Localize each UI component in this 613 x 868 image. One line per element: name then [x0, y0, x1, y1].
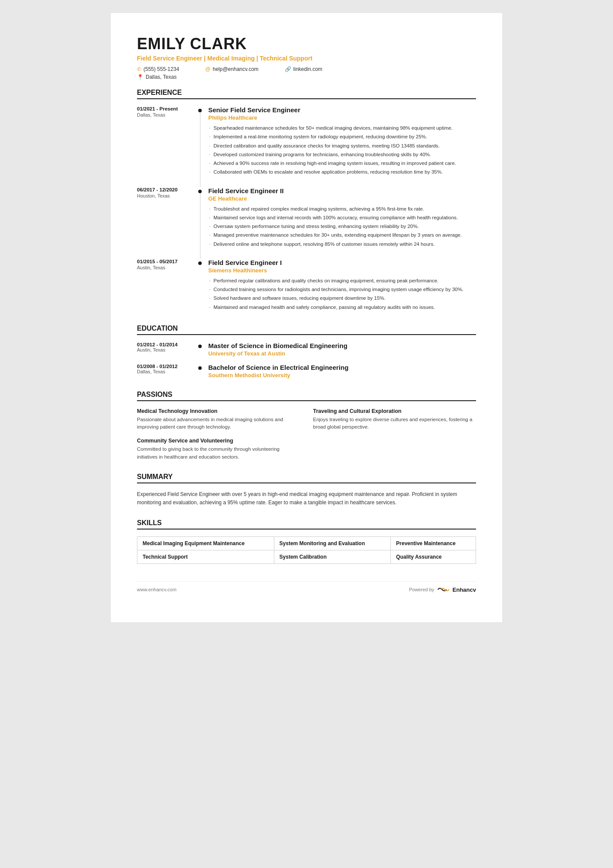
- skill-cell-0-2: Preventive Maintenance: [391, 537, 476, 550]
- education-item-1: 01/2012 - 01/2014 Austin, Texas Master o…: [137, 342, 476, 357]
- experience-title: EXPERIENCE: [137, 89, 476, 99]
- summary-section: SUMMARY Experienced Field Service Engine…: [137, 473, 476, 507]
- skill-cell-0-1: System Monitoring and Evaluation: [274, 537, 391, 550]
- education-section: EDUCATION 01/2012 - 01/2014 Austin, Texa…: [137, 325, 476, 379]
- powered-by-label: Powered by: [409, 587, 434, 592]
- bullet-1-1: Implemented a real-time monitoring syste…: [208, 133, 476, 141]
- exp-job-title-1: Senior Field Service Engineer: [208, 106, 476, 114]
- exp-left-2: 06/2017 - 12/2020 Houston, Texas: [137, 187, 193, 249]
- passion-name-2: Community Service and Volunteering: [137, 438, 300, 444]
- skills-section: SKILLS Medical Imaging Equipment Mainten…: [137, 519, 476, 564]
- enhancv-logo-icon: [437, 586, 450, 593]
- experience-section: EXPERIENCE 01/2021 - Present Dallas, Tex…: [137, 89, 476, 312]
- experience-item-2: 06/2017 - 12/2020 Houston, Texas Field S…: [137, 187, 476, 249]
- phone-contact: ✆ (555) 555-1234: [137, 66, 179, 72]
- passion-name-0: Medical Technology Innovation: [137, 408, 300, 414]
- exp-left-3: 01/2015 - 05/2017 Austin, Texas: [137, 259, 193, 312]
- passion-desc-1: Enjoys traveling to explore diverse cult…: [313, 416, 476, 431]
- exp-job-title-3: Field Service Engineer I: [208, 259, 476, 266]
- passion-item-2: Community Service and Volunteering Commi…: [137, 438, 300, 461]
- linkedin-contact[interactable]: 🔗 linkedin.com: [285, 66, 323, 72]
- bullet-2-2: Oversaw system performance tuning and st…: [208, 223, 476, 230]
- passion-item-1: Traveling and Cultural Exploration Enjoy…: [313, 408, 476, 431]
- skill-cell-0-0: Medical Imaging Equipment Maintenance: [137, 537, 274, 550]
- summary-title: SUMMARY: [137, 473, 476, 483]
- footer: www.enhancv.com Powered by Enhancv: [137, 581, 476, 593]
- timeline-line-1: [200, 112, 200, 187]
- experience-item-3: 01/2015 - 05/2017 Austin, Texas Field Se…: [137, 259, 476, 312]
- exp-date-3: 01/2015 - 05/2017: [137, 259, 193, 264]
- bullet-3-0: Performed regular calibrations and quali…: [208, 277, 476, 285]
- enhancv-brand-name: Enhancv: [453, 586, 476, 593]
- summary-text: Experienced Field Service Engineer with …: [137, 490, 476, 507]
- skill-cell-1-1: System Calibration: [274, 550, 391, 564]
- bullet-2-3: Managed preventive maintenance schedules…: [208, 231, 476, 239]
- edu-degree-1: Master of Science in Biomedical Engineer…: [208, 342, 476, 349]
- passions-grid: Medical Technology Innovation Passionate…: [137, 408, 476, 461]
- exp-location-3: Austin, Texas: [137, 265, 193, 270]
- skill-cell-1-2: Quality Assurance: [391, 550, 476, 564]
- exp-right-1: Senior Field Service Engineer Philips He…: [202, 106, 476, 178]
- exp-right-3: Field Service Engineer I Siemens Healthi…: [202, 259, 476, 312]
- skills-table: Medical Imaging Equipment Maintenance Sy…: [137, 536, 476, 564]
- bullet-3-1: Conducted training sessions for radiolog…: [208, 286, 476, 293]
- phone-icon: ✆: [137, 66, 141, 72]
- exp-job-title-2: Field Service Engineer II: [208, 187, 476, 194]
- timeline-line-2: [200, 193, 200, 259]
- exp-left-1: 01/2021 - Present Dallas, Texas: [137, 106, 193, 178]
- candidate-name: EMILY CLARK: [137, 35, 476, 53]
- education-item-2: 01/2008 - 01/2012 Dallas, Texas Bachelor…: [137, 364, 476, 379]
- email-contact: @ help@enhancv.com: [205, 66, 259, 72]
- passions-title: PASSIONS: [137, 391, 476, 401]
- edu-right-2: Bachelor of Science in Electrical Engine…: [202, 364, 476, 379]
- bullet-1-5: Collaborated with OEMs to escalate and r…: [208, 168, 476, 176]
- exp-right-2: Field Service Engineer II GE Healthcare …: [202, 187, 476, 249]
- edu-left-1: 01/2012 - 01/2014 Austin, Texas: [137, 342, 193, 357]
- edu-date-1: 01/2012 - 01/2014: [137, 342, 193, 347]
- footer-powered-by: Powered by Enhancv: [409, 586, 476, 593]
- edu-school-2: Southern Methodist University: [208, 372, 476, 379]
- exp-company-2: GE Healthcare: [208, 195, 476, 202]
- edu-left-2: 01/2008 - 01/2012 Dallas, Texas: [137, 364, 193, 379]
- exp-date-2: 06/2017 - 12/2020: [137, 187, 193, 192]
- email-icon: @: [205, 66, 210, 72]
- link-icon: 🔗: [285, 66, 291, 72]
- education-title: EDUCATION: [137, 325, 476, 335]
- experience-item-1: 01/2021 - Present Dallas, Texas Senior F…: [137, 106, 476, 178]
- edu-location-1: Austin, Texas: [137, 347, 193, 352]
- edu-school-1: University of Texas at Austin: [208, 350, 476, 357]
- exp-bullets-2: Troubleshot and repaired complex medical…: [208, 205, 476, 248]
- edu-degree-2: Bachelor of Science in Electrical Engine…: [208, 364, 476, 371]
- bullet-1-4: Achieved a 90% success rate in resolving…: [208, 160, 476, 167]
- bullet-1-3: Developed customized training programs f…: [208, 151, 476, 158]
- edu-location-2: Dallas, Texas: [137, 369, 193, 374]
- exp-company-1: Philips Healthcare: [208, 114, 476, 121]
- bullet-2-0: Troubleshot and repaired complex medical…: [208, 205, 476, 213]
- exp-company-3: Siemens Healthineers: [208, 267, 476, 274]
- skills-row-1: Medical Imaging Equipment Maintenance Sy…: [137, 537, 476, 550]
- resume-page: EMILY CLARK Field Service Engineer | Med…: [111, 13, 502, 622]
- skill-cell-1-0: Technical Support: [137, 550, 274, 564]
- passion-desc-0: Passionate about advancements in medical…: [137, 416, 300, 431]
- bullet-3-3: Maintained and managed health and safety…: [208, 304, 476, 311]
- footer-url: www.enhancv.com: [137, 587, 177, 592]
- skills-title: SKILLS: [137, 519, 476, 530]
- bullet-2-4: Delivered online and telephone support, …: [208, 241, 476, 248]
- passion-name-1: Traveling and Cultural Exploration: [313, 408, 476, 414]
- bullet-2-1: Maintained service logs and internal rec…: [208, 214, 476, 221]
- edu-date-2: 01/2008 - 01/2012: [137, 364, 193, 369]
- passions-section: PASSIONS Medical Technology Innovation P…: [137, 391, 476, 461]
- exp-location-2: Houston, Texas: [137, 193, 193, 198]
- bullet-1-0: Spearheaded maintenance schedules for 50…: [208, 124, 476, 132]
- location-contact: 📍 Dallas, Texas: [137, 74, 476, 80]
- location-icon: 📍: [137, 74, 143, 80]
- candidate-title: Field Service Engineer | Medical Imaging…: [137, 55, 476, 62]
- exp-date-1: 01/2021 - Present: [137, 106, 193, 111]
- exp-bullets-3: Performed regular calibrations and quali…: [208, 277, 476, 311]
- bullet-3-2: Solved hardware and software issues, red…: [208, 295, 476, 302]
- exp-bullets-1: Spearheaded maintenance schedules for 50…: [208, 124, 476, 176]
- skills-row-2: Technical Support System Calibration Qua…: [137, 550, 476, 564]
- edu-right-1: Master of Science in Biomedical Engineer…: [202, 342, 476, 357]
- contact-row-1: ✆ (555) 555-1234 @ help@enhancv.com 🔗 li…: [137, 66, 476, 72]
- bullet-1-2: Directed calibration and quality assuran…: [208, 142, 476, 150]
